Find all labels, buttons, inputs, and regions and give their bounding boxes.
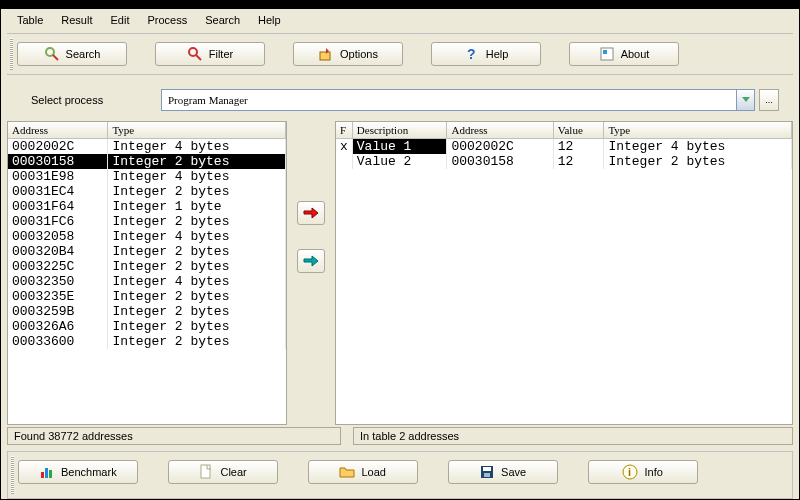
menu-search[interactable]: Search [197,12,248,28]
results-scroll[interactable]: Address Type 0002002CInteger 4 bytes0003… [8,122,286,424]
info-icon: i [622,464,638,480]
svg-line-1 [53,55,58,60]
arrow-right-teal-icon [303,255,319,267]
magnifier-icon [44,46,60,62]
col-type[interactable]: Type [108,122,286,139]
options-icon [318,46,334,62]
table-pane: F Description Address Value Type xValue … [335,121,793,425]
table-row[interactable]: Value 20003015812Integer 2 bytes [336,154,792,169]
bottom-toolbar: Benchmark Clear Load Save i Info [7,451,793,499]
menu-result[interactable]: Result [53,12,100,28]
transfer-buttons [291,121,331,425]
col-f[interactable]: F [336,122,352,139]
svg-rect-11 [201,465,210,478]
table-row[interactable]: 000320B4Integer 2 bytes [8,244,286,259]
process-dropdown[interactable] [737,89,755,111]
process-label: Select process [31,94,141,106]
options-button[interactable]: Options [293,42,403,66]
about-button[interactable]: About [569,42,679,66]
save-button[interactable]: Save [448,460,558,484]
table-row[interactable]: 00033600Integer 2 bytes [8,334,286,349]
svg-rect-7 [603,50,607,54]
add-to-table-button[interactable] [297,201,325,225]
benchmark-button[interactable]: Benchmark [18,460,138,484]
floppy-icon [479,464,495,480]
clear-label: Clear [220,466,246,478]
table-row[interactable]: 00032058Integer 4 bytes [8,229,286,244]
svg-text:i: i [628,466,631,478]
col-rtype[interactable]: Type [604,122,792,139]
status-row: Found 38772 addresses In table 2 address… [1,425,799,449]
chevron-down-icon [742,97,750,103]
process-browse-button[interactable]: ... [759,89,779,111]
help-button[interactable]: ? Help [431,42,541,66]
save-label: Save [501,466,526,478]
benchmark-label: Benchmark [61,466,117,478]
help-label: Help [486,48,509,60]
results-table: Address Type 0002002CInteger 4 bytes0003… [8,122,286,349]
main-area: Address Type 0002002CInteger 4 bytes0003… [1,121,799,425]
menu-edit[interactable]: Edit [102,12,137,28]
top-toolbar: Search Filter Options ? Help About [7,33,793,75]
table-row[interactable]: 0002002CInteger 4 bytes [8,139,286,155]
svg-rect-10 [49,470,52,478]
chart-icon [39,464,55,480]
process-combo: ... [161,89,779,111]
process-row: Select process ... [1,81,799,121]
menu-bar: Table Result Edit Process Search Help [1,9,799,31]
table-row[interactable]: 00032350Integer 4 bytes [8,274,286,289]
status-right: In table 2 addresses [353,427,793,445]
table-row[interactable]: 0003259BInteger 2 bytes [8,304,286,319]
menu-table[interactable]: Table [9,12,51,28]
options-label: Options [340,48,378,60]
svg-point-0 [46,48,54,56]
arrow-right-icon [303,207,319,219]
table-row[interactable]: 0003235EInteger 2 bytes [8,289,286,304]
status-left: Found 38772 addresses [7,427,341,445]
menu-process[interactable]: Process [139,12,195,28]
svg-text:?: ? [467,46,476,62]
title-bar [1,1,799,9]
page-icon [198,464,214,480]
table-row[interactable]: 00031F64Integer 1 byte [8,199,286,214]
info-label: Info [644,466,662,478]
svg-rect-9 [45,468,48,478]
table-row[interactable]: 0003225CInteger 2 bytes [8,259,286,274]
search-button[interactable]: Search [17,42,127,66]
search-label: Search [66,48,101,60]
table-row[interactable]: 000326A6Integer 2 bytes [8,319,286,334]
load-button[interactable]: Load [308,460,418,484]
svg-line-3 [196,55,201,60]
col-addr[interactable]: Address [447,122,553,139]
add-all-button[interactable] [297,249,325,273]
svg-rect-14 [484,473,490,477]
col-desc[interactable]: Description [352,122,447,139]
table-row[interactable]: xValue 10002002C12Integer 4 bytes [336,139,792,155]
folder-open-icon [339,464,355,480]
col-val[interactable]: Value [553,122,604,139]
process-input[interactable] [161,89,737,111]
col-address[interactable]: Address [8,122,108,139]
load-label: Load [361,466,385,478]
clear-button[interactable]: Clear [168,460,278,484]
svg-point-2 [189,48,197,56]
results-pane: Address Type 0002002CInteger 4 bytes0003… [7,121,287,425]
filter-icon [187,46,203,62]
table-scroll[interactable]: F Description Address Value Type xValue … [336,122,792,424]
about-label: About [621,48,650,60]
filter-label: Filter [209,48,233,60]
filter-button[interactable]: Filter [155,42,265,66]
info-button[interactable]: i Info [588,460,698,484]
svg-rect-8 [41,472,44,478]
svg-rect-13 [483,467,491,471]
svg-rect-4 [320,52,330,60]
menu-help[interactable]: Help [250,12,289,28]
table-row[interactable]: 00031E98Integer 4 bytes [8,169,286,184]
table-row[interactable]: 00031FC6Integer 2 bytes [8,214,286,229]
address-table: F Description Address Value Type xValue … [336,122,792,169]
about-icon [599,46,615,62]
table-row[interactable]: 00030158Integer 2 bytes [8,154,286,169]
table-row[interactable]: 00031EC4Integer 2 bytes [8,184,286,199]
help-icon: ? [464,46,480,62]
app-window: Table Result Edit Process Search Help Se… [0,0,800,500]
